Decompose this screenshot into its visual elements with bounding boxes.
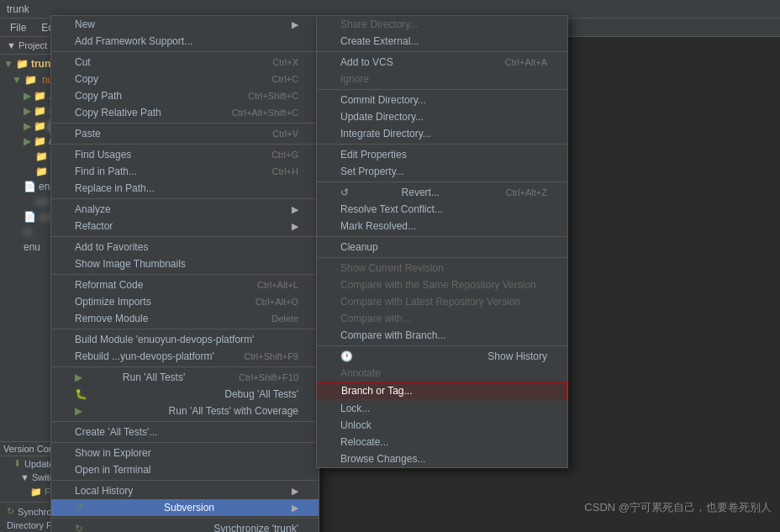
sep-vcs1	[317, 51, 567, 52]
menu-debug-tests[interactable]: 🐛 Debug 'All Tests'	[51, 386, 319, 403]
menu-update-dir-label: Update Directory...	[340, 111, 424, 123]
menu-cut[interactable]: Cut Ctrl+X	[51, 54, 319, 71]
menu-relocate[interactable]: Relocate...	[317, 434, 567, 450]
menu-open-terminal-label: Open in Terminal	[75, 464, 151, 476]
menu-set-prop-label: Set Property...	[340, 166, 404, 177]
separator6	[51, 274, 319, 275]
menu-compare-same[interactable]: Compare with the Same Repository Version	[317, 277, 567, 293]
menu-replace-in-path[interactable]: Replace in Path...	[51, 180, 319, 197]
menu-reformat-label: Reformat Code	[75, 279, 143, 291]
menu-add-framework[interactable]: Add Framework Support...	[51, 33, 319, 50]
menu-update-dir[interactable]: Update Directory...	[317, 108, 567, 125]
sep-vcs7	[317, 345, 567, 346]
menu-cleanup[interactable]: Cleanup	[317, 239, 567, 255]
menu-show-current-rev[interactable]: Show Current Revision	[317, 260, 567, 277]
menu-annotate[interactable]: Annotate	[317, 365, 567, 382]
menu-commit-dir[interactable]: Commit Directory...	[317, 92, 567, 108]
coverage-icon: ▶	[75, 405, 82, 417]
menu-edit-props[interactable]: Edit Properties	[317, 146, 567, 163]
menu-sync-trunk-label: Synchronize 'trunk'	[213, 523, 298, 532]
menu-file[interactable]: File	[3, 20, 33, 35]
menu-create-tests[interactable]: Create 'All Tests'...	[51, 424, 319, 440]
menu-unlock[interactable]: Unlock	[317, 417, 567, 434]
menu-debug-tests-label: Debug 'All Tests'	[224, 388, 298, 400]
menu-subversion[interactable]: ↺ Subversion ▶	[51, 499, 319, 516]
menu-run-tests[interactable]: ▶ Run 'All Tests' Ctrl+Shift+F10	[51, 369, 319, 386]
separator3	[51, 144, 319, 145]
menu-refactor[interactable]: Refactor ▶	[51, 218, 319, 234]
menu-integrate-dir[interactable]: Integrate Directory...	[317, 125, 567, 142]
menu-share-dir[interactable]: Share Directory...	[317, 16, 567, 33]
menu-branch-tag-label: Branch or Tag...	[341, 385, 413, 397]
menu-branch-or-tag[interactable]: Branch or Tag...	[317, 382, 567, 400]
menu-copy-path-shortcut: Ctrl+Shift+C	[248, 91, 298, 101]
menu-create-external[interactable]: Create External...	[317, 33, 567, 50]
menu-refactor-arrow: ▶	[292, 221, 298, 232]
menu-ignore-label: Ignore	[340, 73, 369, 85]
menu-analyze[interactable]: Analyze ▶	[51, 201, 319, 218]
menu-find-in-path-shortcut: Ctrl+H	[272, 166, 298, 176]
menu-show-explorer-label: Show in Explorer	[75, 447, 151, 459]
menu-edit-props-label: Edit Properties	[340, 149, 407, 161]
menu-copy-rel-path[interactable]: Copy Relative Path Ctrl+Alt+Shift+C	[51, 104, 319, 121]
menu-browse-changes-label: Browse Changes...	[340, 453, 425, 465]
menu-find-in-path[interactable]: Find in Path... Ctrl+H	[51, 163, 319, 180]
menu-new[interactable]: New ▶	[51, 16, 319, 33]
menu-copy-path-label: Copy Path	[75, 90, 122, 102]
menu-add-vcs[interactable]: Add to VCS Ctrl+Alt+A	[317, 54, 567, 71]
menu-revert[interactable]: ↺ Revert... Ctrl+Alt+Z	[317, 184, 567, 201]
menu-set-prop[interactable]: Set Property...	[317, 163, 567, 180]
menu-compare-with[interactable]: Compare with...	[317, 310, 567, 327]
menu-show-explorer[interactable]: Show in Explorer	[51, 445, 319, 461]
menu-refactor-label: Refactor	[75, 220, 113, 232]
menu-find-usages[interactable]: Find Usages Ctrl+G	[51, 146, 319, 163]
menu-sync-trunk[interactable]: ↻ Synchronize 'trunk'	[51, 520, 319, 532]
menu-browse-changes[interactable]: Browse Changes...	[317, 450, 567, 467]
menu-remove-module-label: Remove Module	[75, 313, 148, 324]
tree-om-label: om	[35, 196, 50, 208]
menu-mark-resolved[interactable]: Mark Resolved...	[317, 218, 567, 234]
menu-copy-rel-path-label: Copy Relative Path	[75, 107, 161, 119]
menu-local-history-arrow: ▶	[292, 486, 298, 497]
menu-build-module[interactable]: Build Module 'enuoyun-devops-platform'	[51, 331, 319, 348]
menu-build-module-label: Build Module 'enuoyun-devops-platform'	[75, 334, 254, 345]
menu-ignore[interactable]: Ignore	[317, 71, 567, 87]
menu-paste[interactable]: Paste Ctrl+V	[51, 125, 319, 142]
menu-reformat[interactable]: Reformat Code Ctrl+Alt+L	[51, 277, 319, 293]
history-icon: 🕐	[340, 350, 353, 362]
menu-compare-branch-label: Compare with Branch...	[340, 329, 445, 341]
menu-rebuild-label: Rebuild ...yun-devops-platform'	[75, 350, 214, 362]
menu-compare-latest[interactable]: Compare with Latest Repository Version	[317, 293, 567, 310]
menu-lock[interactable]: Lock...	[317, 400, 567, 417]
menu-copy-rel-shortcut: Ctrl+Alt+Shift+C	[232, 108, 298, 118]
separator8	[51, 366, 319, 367]
menu-run-tests-shortcut: Ctrl+Shift+F10	[239, 372, 298, 382]
menu-run-tests-label: Run 'All Tests'	[123, 371, 185, 383]
menu-copy-path[interactable]: Copy Path Ctrl+Shift+C	[51, 87, 319, 104]
separator4	[51, 198, 319, 199]
separator5	[51, 236, 319, 237]
menu-local-history[interactable]: Local History ▶	[51, 482, 319, 499]
menu-copy[interactable]: Copy Ctrl+C	[51, 71, 319, 87]
menu-add-favorites-label: Add to Favorites	[75, 241, 148, 253]
separator9	[51, 421, 319, 422]
menu-remove-module[interactable]: Remove Module Delete	[51, 310, 319, 327]
debug-icon: 🐛	[75, 388, 87, 400]
tree-enu-label: enu	[24, 241, 40, 253]
menu-new-label: New	[75, 18, 95, 30]
menu-optimize-imports[interactable]: Optimize Imports Ctrl+Alt+O	[51, 293, 319, 310]
sep-vcs5	[317, 236, 567, 237]
menu-run-coverage[interactable]: ▶ Run 'All Tests' with Coverage	[51, 403, 319, 419]
menu-add-favorites[interactable]: Add to Favorites	[51, 239, 319, 255]
menu-show-history[interactable]: 🕐 Show History	[317, 348, 567, 365]
run-icon: ▶	[75, 371, 82, 383]
menu-open-terminal[interactable]: Open in Terminal	[51, 461, 319, 478]
menu-rebuild[interactable]: Rebuild ...yun-devops-platform' Ctrl+Shi…	[51, 348, 319, 365]
menu-resolve-conflict[interactable]: Resolve Text Conflict...	[317, 201, 567, 218]
separator12	[51, 518, 319, 519]
menu-add-framework-label: Add Framework Support...	[75, 35, 192, 47]
menu-compare-branch[interactable]: Compare with Branch...	[317, 327, 567, 344]
menu-find-in-path-label: Find in Path...	[75, 166, 137, 177]
menu-show-thumbnails[interactable]: Show Image Thumbnails	[51, 255, 319, 272]
watermark: CSDN @宁可累死自己，也要卷死别人	[584, 500, 772, 515]
